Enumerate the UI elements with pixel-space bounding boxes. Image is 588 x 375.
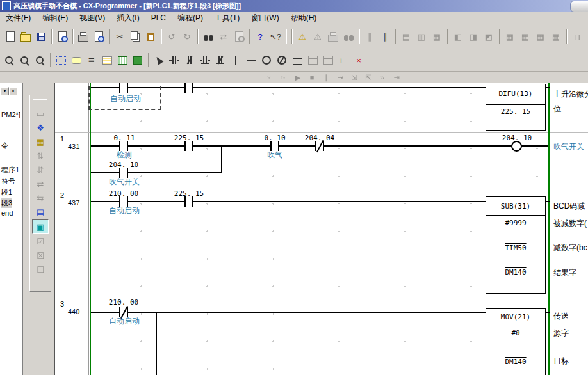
sim-continuous-step-icon: »: [376, 73, 389, 83]
project-workspace: ▾x PM2*] 离 令 程序1 符号 段1 段3 end: [0, 83, 23, 375]
menu-insert[interactable]: 插入(I): [111, 12, 145, 25]
horizontal-line-tool-icon: [247, 60, 256, 61]
menu-file[interactable]: 文件(F): [0, 12, 37, 25]
vertical-line-tool-icon[interactable]: [229, 53, 243, 67]
instruction-comment: 目标: [553, 356, 569, 367]
open-file-icon[interactable]: [19, 29, 33, 44]
help-icon[interactable]: ?: [253, 29, 267, 44]
program-transfer-icon: ▥: [414, 29, 429, 44]
zoom-fit-icon[interactable]: [17, 53, 31, 67]
symbol-comment: 检测: [110, 150, 138, 161]
transfer-from-plc-icon: ⇵: [33, 163, 48, 176]
menu-edit[interactable]: 编辑(E): [37, 12, 74, 25]
simulation-toolbar: ☜☞▶■∥⇥⇲⇱»⇥: [0, 72, 588, 84]
transfer-settings-icon: [328, 35, 338, 42]
compile-program-icon[interactable]: ❖: [33, 121, 48, 134]
coil-nc-tool-icon[interactable]: [275, 53, 289, 67]
window-title: 高压锁模手动不合模 - CX-Programmer - [新PLC1.新程序1.…: [13, 1, 241, 11]
tree-item-section1[interactable]: 段1: [1, 188, 12, 197]
toolbar-separator: [359, 29, 359, 44]
sub-instruction-box[interactable]: SUB(31) #9999 TIM50 DM140: [486, 196, 546, 294]
difu-instruction-box[interactable]: DIFU(13) 225. 15: [486, 84, 546, 131]
find-icon[interactable]: [201, 29, 215, 44]
grid-toggle-icon[interactable]: [54, 53, 68, 67]
menu-tools[interactable]: 工具(T): [209, 12, 245, 25]
contact-or-nc-tool-icon: [216, 56, 224, 64]
mov-instruction-box[interactable]: MOV(21) #0 DM140: [486, 308, 546, 375]
zoom-out-icon[interactable]: [2, 53, 16, 67]
grid-toggle-icon: [56, 56, 66, 65]
contact[interactable]: [184, 83, 193, 93]
paste-icon[interactable]: [143, 29, 158, 44]
menu-help[interactable]: 帮助(H): [285, 12, 323, 25]
new-file-icon[interactable]: [3, 29, 17, 44]
rung-number: 2: [60, 191, 64, 199]
cut-icon[interactable]: ✂: [113, 29, 127, 44]
ladder-grid-background: [90, 83, 548, 375]
page-setup-icon[interactable]: [55, 29, 69, 44]
instruction-operand: DM140: [486, 268, 545, 276]
ladder-toolbar: ≣∟×: [0, 49, 588, 72]
program-blocks-icon[interactable]: ▤: [33, 205, 48, 218]
print-icon[interactable]: [76, 29, 90, 44]
contact-nc-tool-icon[interactable]: [183, 53, 197, 67]
print-preview-icon[interactable]: [92, 29, 106, 44]
copy-icon[interactable]: [128, 29, 142, 44]
ladder-editor[interactable]: 自动启动 DIFU(13) 225. 15 上升沿微分 位 1 431 0. 1…: [54, 83, 588, 375]
contact-225-15[interactable]: [184, 141, 193, 151]
tree-item-commands[interactable]: 令: [1, 141, 8, 150]
workspace-restore-button[interactable]: ▾: [1, 87, 9, 95]
tree-item-end[interactable]: end: [1, 209, 13, 217]
instruction-tool-icon[interactable]: [290, 53, 304, 67]
delete-tool-icon[interactable]: ×: [352, 53, 366, 67]
contact-auto-start[interactable]: [119, 83, 128, 93]
operand-text: DM140: [505, 358, 526, 366]
horizontal-line-tool-icon[interactable]: [244, 53, 258, 67]
comment-balloon-icon[interactable]: [69, 53, 83, 67]
compare-with-plc-icon: ⇄: [33, 177, 48, 190]
zoom-in-icon[interactable]: [33, 53, 47, 67]
toolbar-separator: [286, 29, 286, 44]
toolbar-drag-handle[interactable]: [33, 99, 47, 102]
watch-window-icon[interactable]: [115, 53, 129, 67]
tree-item-symbols[interactable]: 符号: [1, 177, 15, 186]
monitor-icon[interactable]: ▣: [32, 219, 49, 234]
contact-nc-204-04[interactable]: [315, 141, 324, 151]
instruction-comment: 减数字(bc: [553, 243, 587, 253]
rung-step: 431: [68, 143, 79, 150]
tree-item-program1[interactable]: 程序1: [1, 165, 19, 175]
pause-icon[interactable]: ∥: [378, 29, 392, 44]
contact-225-15[interactable]: [184, 196, 193, 207]
menu-plc[interactable]: PLC: [145, 12, 172, 24]
compile-icon[interactable]: ⚠: [295, 29, 309, 44]
tree-item-section3[interactable]: 段3: [1, 198, 12, 208]
monitor-list-icon[interactable]: [100, 53, 114, 67]
time-chart-icon[interactable]: Ш: [585, 29, 588, 44]
menu-window[interactable]: 窗口(W): [245, 12, 284, 25]
menu-program[interactable]: 编程(P): [172, 12, 209, 25]
vertical-line-tool-icon: [235, 56, 236, 65]
workspace-close-button[interactable]: x: [9, 87, 17, 95]
save-icon[interactable]: [34, 29, 48, 44]
copy-icon: [131, 31, 138, 40]
instruction-operand: 225. 15: [486, 108, 545, 116]
symbol-table-icon[interactable]: [131, 53, 145, 67]
menu-view[interactable]: 视图(V): [74, 12, 111, 25]
contact-or-no-tool-icon[interactable]: [198, 53, 212, 67]
instruction2-tool-icon: [306, 53, 320, 67]
rung-header-column: [55, 83, 89, 375]
vertical-toolbar-buttons: ▭❖▦⇅⇵⇄⇆▤▣☑☒☐: [32, 106, 49, 276]
rung-comment-list-icon[interactable]: ≣: [85, 53, 99, 67]
context-help-icon[interactable]: ↖?: [268, 29, 282, 44]
tree-item-device[interactable]: PM2*] 离: [1, 110, 23, 120]
toolbar-separator: [161, 29, 161, 44]
line-connect-tool-icon[interactable]: ∟: [336, 53, 350, 67]
contact-no-tool-icon[interactable]: [167, 53, 181, 67]
grid-settings-icon[interactable]: ▦: [33, 135, 48, 148]
select-tool-icon[interactable]: [152, 53, 166, 67]
sim-run-to-end-icon: ⇥: [390, 73, 403, 83]
contact-or-nc-tool-icon[interactable]: [213, 53, 227, 67]
output-coil-204-10[interactable]: [511, 141, 522, 152]
coil-no-tool-icon[interactable]: [259, 53, 274, 67]
window-button-partial[interactable]: [570, 1, 588, 12]
